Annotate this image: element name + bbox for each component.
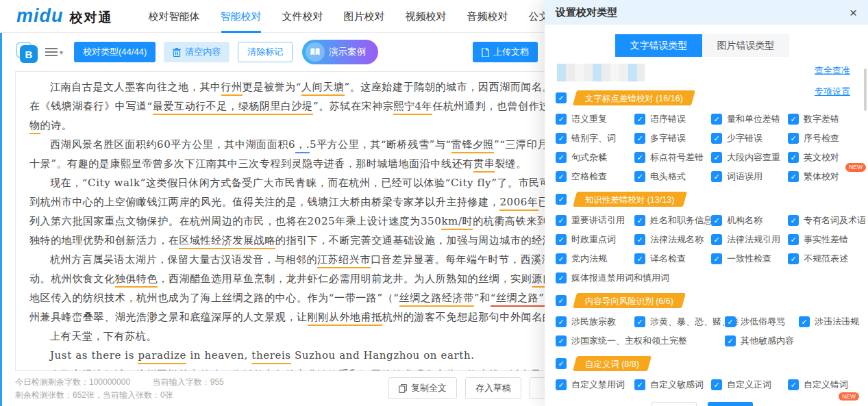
type-checkbox-item[interactable]: ✓党内法规 xyxy=(556,253,634,265)
marked-error[interactable]: 熙宁4年 xyxy=(393,100,432,115)
checkbox-checked-icon: ✓ xyxy=(556,335,567,346)
type-label: 多字错误 xyxy=(650,132,686,144)
checkbox-checked-icon: ✓ xyxy=(556,316,567,327)
section-items-1: ✓重要讲话引用✓姓名和职务信息✓机构名称✓专有名词及术语✓时政重点词✓法律法规名… xyxy=(556,214,850,284)
close-icon[interactable]: × xyxy=(850,6,857,19)
type-checkbox-item[interactable]: ✓机构名称 xyxy=(711,214,788,227)
nav-item-2[interactable]: 文件校对 xyxy=(282,0,323,33)
marked-error[interactable]: 贯串 xyxy=(473,157,495,173)
type-checkbox-item[interactable]: ✓其他敏感内容 xyxy=(725,335,799,347)
list-dropdown-icon[interactable]: ▾ xyxy=(45,47,63,57)
tab-image-error-types[interactable]: 图片错误类型 xyxy=(702,34,789,57)
cancel-button[interactable]: 取消 xyxy=(652,402,697,406)
section-checkbox[interactable]: ✓ xyxy=(556,92,567,103)
type-checkbox-item[interactable]: ✓词语误用 xyxy=(711,170,788,183)
type-checkbox-item[interactable]: ✓自定义错词NEW xyxy=(788,379,865,391)
type-checkbox-item[interactable]: ✓量和单位差错 xyxy=(711,113,788,125)
type-checkbox-item[interactable]: ✓重要讲话引用 xyxy=(556,214,634,227)
type-checkbox-item[interactable]: ✓法律法规名称 xyxy=(634,233,711,246)
marked-error[interactable]: 丝绸之路经济带 xyxy=(399,292,474,307)
save-draft-button[interactable]: 存入草稿 xyxy=(465,377,521,399)
marked-error[interactable]: thereis xyxy=(251,349,290,364)
type-label: 量和单位差错 xyxy=(727,113,780,125)
section-checkbox[interactable]: ✓ xyxy=(556,358,567,369)
type-checkbox-item[interactable]: ✓句式杂糅 xyxy=(556,151,634,164)
type-checkbox-item[interactable]: ✓语义重复 xyxy=(556,113,634,125)
type-checkbox-item[interactable]: ✓自定义禁用词 xyxy=(556,379,634,391)
marked-error[interactable]: ，. xyxy=(295,138,310,153)
section-checkbox[interactable]: ✓ xyxy=(556,295,567,306)
type-checkbox-item[interactable]: ✓译名检查 xyxy=(634,253,711,265)
marked-error[interactable]: 行州 xyxy=(221,81,243,96)
type-checkbox-item[interactable]: ✓涉国家统一、主权和领土完整 xyxy=(556,335,725,347)
check-types-button[interactable]: 校对类型(44/44) xyxy=(74,42,156,62)
type-checkbox-item[interactable]: ✓专有名词及术语 xyxy=(788,214,865,227)
demo-case-button[interactable]: 演示案例 xyxy=(302,40,378,64)
clear-content-button[interactable]: 清空内容 xyxy=(164,42,230,62)
type-label: 法律法规引用 xyxy=(727,233,780,246)
type-checkbox-item[interactable]: ✓繁体校对NEW xyxy=(788,170,865,183)
panel-scrollbar[interactable] xyxy=(864,68,867,111)
type-checkbox-item[interactable]: ✓法律法规引用 xyxy=(711,233,788,246)
special-settings-link[interactable]: 专项设置 xyxy=(815,86,850,98)
marked-error[interactable]: 江苏绍兴市 xyxy=(317,253,371,268)
nav-item-4[interactable]: 视频校对 xyxy=(406,0,447,33)
type-checkbox-item[interactable]: ✓自定义正词 xyxy=(711,379,788,391)
nav-item-5[interactable]: 音频校对 xyxy=(467,0,508,33)
type-checkbox-item[interactable]: ✓电头格式 xyxy=(634,170,711,183)
type-checkbox-item[interactable]: ✓语序错误 xyxy=(634,113,711,125)
tab-text-error-types[interactable]: 文字错误类型 xyxy=(615,34,702,57)
type-checkbox-item[interactable]: ✓时政重点词 xyxy=(556,233,634,246)
type-checkbox-item[interactable]: ✓涉黄、暴、恐、赌、毒 xyxy=(634,316,725,328)
marked-error[interactable]: 区域性经济发展战略 xyxy=(179,234,275,249)
type-checkbox-item[interactable]: ✓事实性差错 xyxy=(788,233,865,246)
type-label: 空格检查 xyxy=(571,170,607,183)
type-checkbox-item[interactable]: ✓大段内容查重 xyxy=(711,151,788,164)
type-checkbox-item[interactable]: ✓英文校对 xyxy=(788,151,865,164)
marked-error[interactable]: 刚刚从外地甫抵 xyxy=(308,311,382,326)
type-checkbox-item[interactable]: ✓数字差错 xyxy=(788,113,865,125)
checkbox-checked-icon: ✓ xyxy=(711,379,722,390)
type-checkbox-item[interactable]: ✓自定义敏感词 xyxy=(634,379,711,391)
marked-error[interactable]: 2006年 xyxy=(499,196,538,211)
brand-logo-midu: midu xyxy=(16,5,64,27)
text-segment: ”。苏轼在宋神宗 xyxy=(313,100,393,112)
copy-all-button[interactable]: 复制全文 xyxy=(388,377,457,399)
type-checkbox-item[interactable]: ✓少字错误 xyxy=(711,132,788,144)
confirm-button[interactable]: 确定 xyxy=(708,402,753,406)
checkbox-checked-icon: ✓ xyxy=(556,133,567,144)
nav-item-0[interactable]: 校对智能体 xyxy=(149,0,200,33)
marked-error[interactable]: 独俱特色 xyxy=(115,272,158,288)
marked-error[interactable]: paradize xyxy=(138,349,186,364)
type-label: 其他敏感内容 xyxy=(741,335,794,347)
type-label: 自定义禁用词 xyxy=(571,379,625,391)
left-accent-bar xyxy=(0,33,2,406)
b-style-icon[interactable]: B xyxy=(15,41,38,63)
type-checkbox-item[interactable]: ✓涉低俗辱骂 xyxy=(725,316,799,328)
type-checkbox-item[interactable]: ✓错别字、词 xyxy=(556,132,634,144)
marked-error[interactable]: “丝绸之路” xyxy=(491,292,545,307)
marked-error[interactable]: 人间天塘 xyxy=(301,81,344,96)
type-checkbox-item[interactable]: ✓涉违法违规 xyxy=(799,316,868,328)
type-checkbox-item[interactable]: ✓媒体报道禁用词和慎用词 xyxy=(556,272,711,284)
checkbox-checked-icon: ✓ xyxy=(556,253,567,264)
type-checkbox-item[interactable]: ✓空格检查 xyxy=(556,170,634,183)
text-segment: 上有天堂，下有苏杭。 xyxy=(50,330,157,342)
type-checkbox-item[interactable]: ✓序号检查 xyxy=(788,132,865,144)
section-checkbox[interactable]: ✓ xyxy=(556,194,567,205)
marked-error[interactable]: 雷锋夕照 xyxy=(451,138,494,153)
clear-marks-button[interactable]: 清除标记 xyxy=(238,42,293,62)
type-checkbox-item[interactable]: ✓标点符号差错 xyxy=(634,151,711,164)
recall-precision-link[interactable]: 查全查准 xyxy=(815,64,850,77)
marked-error[interactable]: km/时 xyxy=(441,215,473,230)
type-checkbox-item[interactable]: ✓一致性检查 xyxy=(711,253,788,265)
type-checkbox-item[interactable]: ✓多字错误 xyxy=(634,132,711,144)
marked-error[interactable]: 最爱互动行不足，绿杨阴里白沙堤 xyxy=(153,100,313,115)
type-checkbox-item[interactable]: ✓不规范表述 xyxy=(788,253,865,265)
upload-document-button[interactable]: 上传文档 xyxy=(473,42,538,62)
text-segment: 西湖风景名胜区面积约60平方公里，其中湖面面积6 xyxy=(50,138,295,151)
nav-item-1[interactable]: 智能校对 xyxy=(221,0,262,33)
nav-item-3[interactable]: 图片校对 xyxy=(344,0,385,33)
type-checkbox-item[interactable]: ✓涉民族宗教 xyxy=(556,316,634,328)
type-checkbox-item[interactable]: ✓姓名和职务信息 xyxy=(634,214,711,227)
